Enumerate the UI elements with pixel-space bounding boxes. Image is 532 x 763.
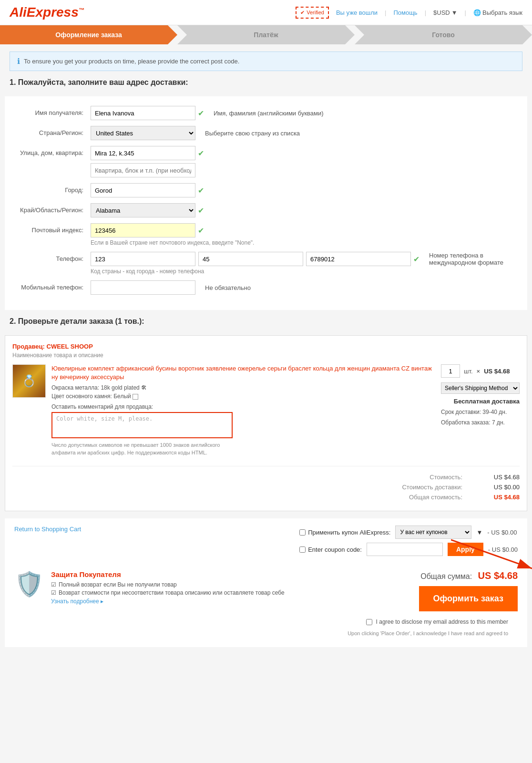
total-row: Общая стоимость: US $4.68 <box>12 494 520 501</box>
comment-label: Оставить комментарий для продавца: <box>51 403 434 410</box>
apply-button[interactable]: Apply <box>448 543 483 556</box>
aliexpress-coupon-checkbox[interactable] <box>299 529 306 536</box>
color-swatch <box>133 394 138 400</box>
verified-label: Verified <box>307 10 324 15</box>
product-left: 💍 Ювелирные комплект африканский бусины … <box>12 364 434 456</box>
bottom-main-row: Return to Shopping Cart Применить купон … <box>14 526 518 556</box>
product-thumbnail: 💍 <box>12 364 46 398</box>
phone-check-icon: ✔ <box>413 255 419 264</box>
shipping-method-row: Seller's Shipping Method Standard Shippi… <box>441 382 520 394</box>
phone-label: Телефон: <box>14 252 91 262</box>
phone-row: Телефон: ✔ Номер телефона в международно… <box>14 252 518 275</box>
progress-step-2: Платёж <box>177 25 355 44</box>
currency-selector[interactable]: $USD ▼ <box>433 9 458 16</box>
qty-input[interactable] <box>441 364 460 378</box>
product-attrs-stone: Цвет основного камня: Белый <box>51 393 434 400</box>
recipient-row: Имя получателя: ✔ Имя, фамилия (английск… <box>14 106 518 120</box>
total-label: Общая стоимость: <box>391 494 462 501</box>
mobile-field: Не обязательно <box>91 280 518 295</box>
coupon-select[interactable]: У вас нет купонов <box>395 526 471 539</box>
postal-label: Почтовый индекс: <box>14 223 91 234</box>
country-hint: Выберите свою страну из списка <box>205 130 300 137</box>
enter-coupon-label-wrapper: Enter coupon code: <box>299 546 362 553</box>
help-link[interactable]: Помощь <box>393 9 417 16</box>
postal-check-icon: ✔ <box>198 226 204 235</box>
city-input[interactable] <box>91 183 195 197</box>
protection-shield-icon: 🛡️ <box>14 570 44 598</box>
region-row: Край/Область/Регион: Alabama Alaska Cali… <box>14 203 518 217</box>
shipping-cost-label: Стоимость доставки: <box>391 484 462 491</box>
seller-name: Продавец: CWEEL SHOOP <box>12 343 520 350</box>
product-title[interactable]: Ювелирные комплект африканский бусины во… <box>51 364 434 382</box>
recipient-check-icon: ✔ <box>198 109 204 118</box>
logo: AliExpress™ <box>10 5 84 20</box>
checkout-section: Общая сумма: US $4.68 Оформить заказ <box>419 570 518 611</box>
qty-price-row: шт. × US $4.68 <box>441 364 510 378</box>
country-label: Страна/Регион: <box>14 126 91 136</box>
protection-point1: ☑ Полный возврат если Вы не получили тов… <box>51 581 285 588</box>
learn-more-link[interactable]: Узнать подробнее ▸ <box>51 598 103 605</box>
product-attrs-metal: Окраска металла: 18k gold plated 🛠 <box>51 384 434 391</box>
coupon-code-discount: - US $0.00 <box>488 546 518 553</box>
phone-city-input[interactable] <box>198 252 303 266</box>
language-selector[interactable]: 🌐 Выбрать язык <box>473 9 522 16</box>
free-shipping: Бесплатная доставка <box>441 398 520 405</box>
section2-title: 2. Проверьте детали заказа (1 тов.): <box>10 317 522 326</box>
street-check-icon: ✔ <box>198 149 204 158</box>
enter-coupon-checkbox[interactable] <box>299 546 306 553</box>
city-check-icon: ✔ <box>198 186 204 195</box>
product-info: Ювелирные комплект африканский бусины во… <box>51 364 434 456</box>
coupon-code-input[interactable] <box>367 543 443 556</box>
phone-hint: Код страны - код города - номер телефона <box>91 268 518 275</box>
agree-label: I agree to disclose my email address to … <box>376 619 508 625</box>
phone-field: ✔ Номер телефона в международном формате… <box>91 252 518 275</box>
product-header: Наименование товара и описание <box>12 352 520 359</box>
currency-dropdown-icon: ▼ <box>451 9 458 16</box>
place-order-button[interactable]: Оформить заказ <box>419 586 518 611</box>
header: AliExpress™ ✔ Verified Вы уже вошли | По… <box>0 0 532 25</box>
region-field: Alabama Alaska California ✔ <box>91 203 518 217</box>
language-label: Выбрать язык <box>482 9 522 16</box>
country-field: United States Russia Germany Выберите св… <box>91 126 518 140</box>
phone-country-input[interactable] <box>91 252 195 266</box>
cost-label: Стоимость: <box>391 474 462 481</box>
postal-field: ✔ Если в Вашей стране нет почтового инде… <box>91 223 518 246</box>
country-select[interactable]: United States Russia Germany <box>91 126 195 140</box>
agree-row: I agree to disclose my email address to … <box>24 619 508 625</box>
return-link[interactable]: Return to Shopping Cart <box>14 526 81 533</box>
shipping-cost-value: US $0.00 <box>472 484 520 491</box>
checkmark-icon: ✔ <box>300 10 305 16</box>
processing-days: Обработка заказа: 7 дн. <box>441 419 505 426</box>
recipient-label: Имя получателя: <box>14 106 91 116</box>
info-banner-text: To ensure you get your products on time,… <box>24 58 239 65</box>
phone-number-input[interactable] <box>306 252 411 266</box>
delivery-form: Имя получателя: ✔ Имя, фамилия (английск… <box>5 96 527 310</box>
street-input[interactable] <box>91 146 195 160</box>
protection-text: Защита Покупателя ☑ Полный возврат если … <box>51 570 285 605</box>
recipient-input[interactable] <box>91 106 195 120</box>
logged-in-text[interactable]: Вы уже вошли <box>336 9 378 16</box>
comment-textarea[interactable]: Color white, size M, please. <box>51 412 233 438</box>
street2-input[interactable] <box>91 163 195 177</box>
delivery-days: Срок доставки: 39-40 дн. <box>441 409 507 415</box>
order-section: Продавец: CWEEL SHOOP Наименование товар… <box>5 335 527 511</box>
cost-value: US $4.68 <box>472 474 520 481</box>
product-image-icon: 💍 <box>22 374 36 388</box>
region-select[interactable]: Alabama Alaska California <box>91 203 195 217</box>
progress-step-3: Готово <box>355 25 532 44</box>
divider3: | <box>465 9 466 16</box>
enter-coupon-label: Enter coupon code: <box>308 546 362 553</box>
street-label: Улица, дом, квартира: <box>14 146 91 156</box>
progress-bar: Оформление заказа Платёж Готово <box>0 25 532 44</box>
metal-icon: 🛠 <box>141 384 147 391</box>
shipping-select[interactable]: Seller's Shipping Method Standard Shippi… <box>441 382 520 394</box>
protection-total-row: 🛡️ Защита Покупателя ☑ Полный возврат ес… <box>14 570 518 611</box>
mobile-input[interactable] <box>91 280 195 295</box>
divider: | <box>385 9 386 16</box>
postal-input[interactable] <box>91 223 195 237</box>
divider2: | <box>425 9 426 16</box>
agree-checkbox[interactable] <box>366 619 372 625</box>
recipient-hint: Имя, фамилия (английскими буквами) <box>214 110 324 117</box>
protection-title: Защита Покупателя <box>51 570 285 578</box>
section1-title: 1. Пожалуйста, заполните ваш адрес доста… <box>10 78 522 87</box>
